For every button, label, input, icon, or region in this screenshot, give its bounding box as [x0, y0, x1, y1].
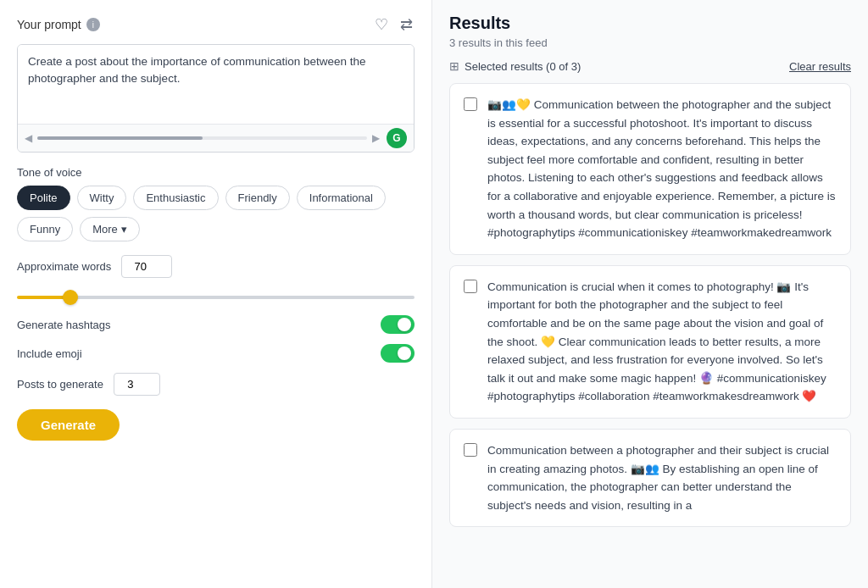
prompt-textarea[interactable]: Create a post about the importance of co… — [18, 45, 414, 121]
include-emoji-label: Include emoji — [17, 347, 82, 360]
tone-btn-more[interactable]: More ▾ — [80, 217, 140, 241]
tone-label: Tone of voice — [17, 166, 415, 179]
prompt-title-row: Your prompt i — [17, 18, 100, 31]
header-actions: ♡ ⇄ — [373, 14, 415, 36]
result-text-1: 📷👥💛 Communication between the photograph… — [487, 96, 837, 242]
toggle-slider-hashtags — [381, 315, 415, 334]
grammarly-icon[interactable]: G — [387, 128, 407, 148]
result-text-3: Communication between a photographer and… — [487, 441, 837, 514]
scroll-right-arrow[interactable]: ▶ — [372, 132, 380, 144]
left-panel: Your prompt i ♡ ⇄ Create a post about th… — [0, 0, 432, 588]
generate-hashtags-label: Generate hashtags — [17, 319, 111, 331]
result-card-3: Communication between a photographer and… — [449, 429, 851, 527]
posts-to-generate-label: Posts to generate — [17, 378, 103, 391]
result-checkbox-1[interactable] — [464, 97, 477, 111]
result-checkbox-2[interactable] — [464, 280, 477, 293]
posts-input[interactable] — [114, 373, 160, 396]
words-input[interactable] — [121, 255, 172, 278]
tone-buttons: Polite Witty Enthusiastic Friendly Infor… — [17, 186, 415, 241]
chevron-down-icon: ▾ — [121, 223, 127, 236]
prompt-textarea-wrapper: Create a post about the importance of co… — [17, 44, 415, 153]
result-card-2: Communication is crucial when it comes t… — [449, 265, 851, 419]
tone-btn-enthusiastic[interactable]: Enthusiastic — [133, 186, 218, 210]
generate-hashtags-toggle[interactable] — [381, 315, 415, 334]
selected-results[interactable]: ⊞ Selected results (0 of 3) — [449, 59, 581, 73]
tone-btn-friendly[interactable]: Friendly — [225, 186, 290, 210]
textarea-footer: ◀ ▶ G — [18, 124, 414, 152]
posts-to-generate-row: Posts to generate — [17, 373, 415, 396]
result-text-2: Communication is crucial when it comes t… — [487, 278, 837, 406]
toggle-slider-emoji — [381, 344, 415, 363]
results-count: 3 results in this feed — [449, 36, 851, 49]
slider-wrapper — [17, 288, 415, 302]
generate-hashtags-row: Generate hashtags — [17, 315, 415, 334]
prompt-title-text: Your prompt — [17, 18, 81, 31]
result-card-1: 📷👥💛 Communication between the photograph… — [449, 83, 851, 255]
right-panel: Results 3 results in this feed ⊞ Selecte… — [432, 0, 868, 588]
generate-button[interactable]: Generate — [17, 409, 120, 441]
approx-words-label: Approximate words — [17, 260, 111, 273]
result-checkbox-3[interactable] — [464, 443, 477, 457]
favorite-button[interactable]: ♡ — [373, 14, 390, 36]
tone-btn-funny[interactable]: Funny — [17, 217, 73, 241]
tone-btn-polite[interactable]: Polite — [17, 186, 70, 210]
results-title: Results — [449, 14, 851, 33]
include-emoji-toggle[interactable] — [381, 344, 415, 363]
approx-words-row: Approximate words — [17, 255, 415, 278]
prompt-header: Your prompt i ♡ ⇄ — [17, 14, 415, 36]
include-emoji-row: Include emoji — [17, 344, 415, 363]
expand-icon: ⊞ — [449, 59, 459, 73]
info-icon[interactable]: i — [86, 18, 100, 31]
clear-results-button[interactable]: Clear results — [789, 60, 851, 73]
words-slider[interactable] — [17, 296, 415, 299]
results-toolbar: ⊞ Selected results (0 of 3) Clear result… — [449, 59, 851, 73]
scroll-left-arrow[interactable]: ◀ — [25, 132, 32, 144]
tone-btn-witty[interactable]: Witty — [77, 186, 127, 210]
selected-results-label: Selected results (0 of 3) — [465, 60, 581, 73]
tone-btn-informational[interactable]: Informational — [297, 186, 386, 210]
share-button[interactable]: ⇄ — [398, 14, 415, 36]
